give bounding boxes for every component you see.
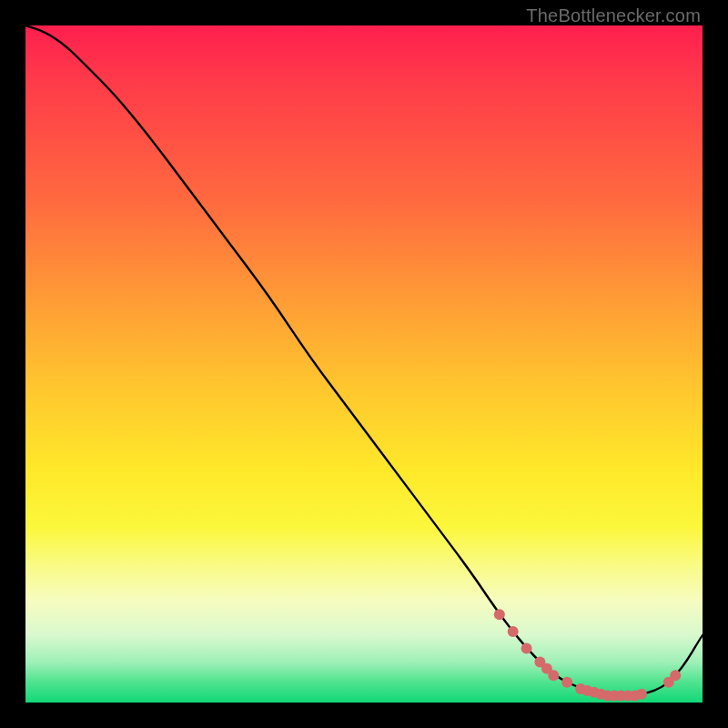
highlight-dot	[494, 609, 505, 620]
plot-area	[25, 25, 703, 703]
curve-layer	[25, 25, 703, 703]
watermark-text: TheBottlenecker.com	[526, 5, 701, 26]
highlight-dot	[561, 677, 572, 688]
highlight-dot	[521, 643, 532, 654]
highlight-dot	[508, 626, 519, 637]
bottleneck-curve	[25, 25, 703, 696]
highlight-dots	[494, 609, 681, 701]
highlight-dot	[670, 670, 681, 681]
chart-stage: TheBottlenecker.com	[0, 0, 728, 728]
highlight-dot	[548, 670, 559, 681]
highlight-dot	[636, 689, 647, 700]
